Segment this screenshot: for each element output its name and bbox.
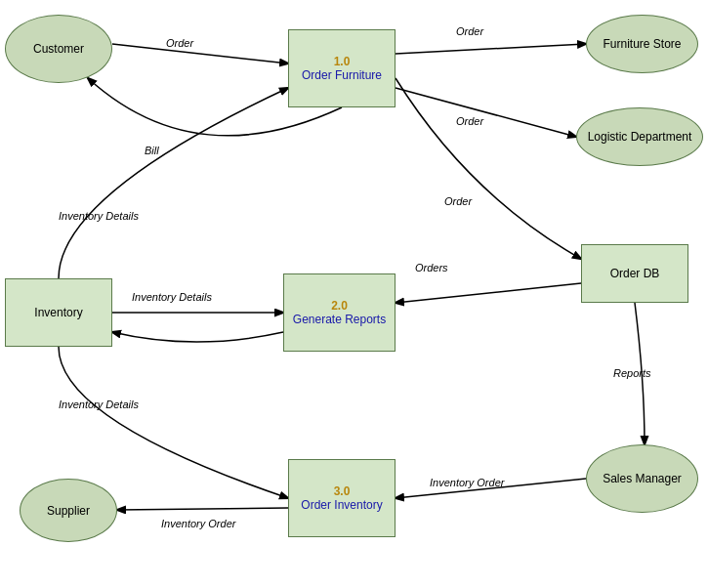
svg-line-0 <box>112 44 288 63</box>
label-inv-details-2: Inventory Details <box>132 291 212 303</box>
order-furniture-node: 1.0 Order Furniture <box>288 29 396 107</box>
supplier-node: Supplier <box>20 479 117 542</box>
label-reports: Reports <box>613 367 651 379</box>
label-order-3: Order <box>456 115 483 127</box>
label-bill: Bill <box>145 145 159 156</box>
label-order-4: Order <box>444 195 472 207</box>
order-inventory-node: 3.0 Order Inventory <box>288 459 396 537</box>
label-inv-details-1: Inventory Details <box>59 210 139 222</box>
label-orders: Orders <box>415 262 448 273</box>
label-order-2: Order <box>456 25 483 37</box>
logistic-dept-node: Logistic Department <box>576 107 703 166</box>
svg-line-4 <box>396 283 581 303</box>
svg-line-1 <box>396 44 586 54</box>
customer-node: Customer <box>5 15 112 83</box>
label-inv-order-2: Inventory Order <box>161 518 235 529</box>
svg-line-2 <box>396 88 576 137</box>
generate-reports-node: 2.0 Generate Reports <box>283 273 396 352</box>
sales-manager-node: Sales Manager <box>586 444 698 513</box>
label-order-1: Order <box>166 37 193 49</box>
label-inv-order-1: Inventory Order <box>430 477 504 488</box>
label-inv-details-3: Inventory Details <box>59 399 139 410</box>
furniture-store-node: Furniture Store <box>586 15 698 73</box>
svg-line-6 <box>117 508 288 510</box>
inventory-node: Inventory <box>5 278 112 347</box>
order-db-node: Order DB <box>581 244 688 303</box>
dfd-diagram: Customer 1.0 Order Furniture Furniture S… <box>0 0 708 588</box>
